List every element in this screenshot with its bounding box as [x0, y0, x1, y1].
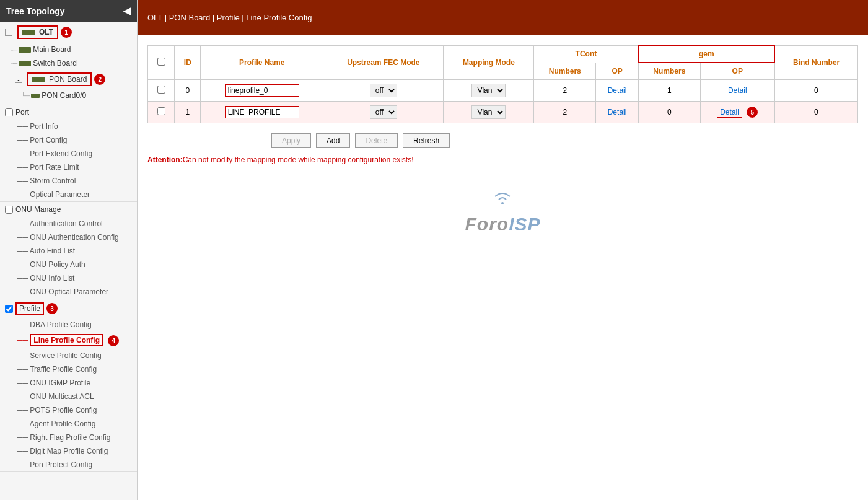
line-profile-box: Line Profile Config — [30, 334, 103, 346]
nav-item-onu-multicast-acl[interactable]: ── ONU Multicast ACL — [0, 390, 137, 403]
th-profile-name: Profile Name — [201, 45, 323, 80]
row1-bind-number: 0 — [774, 102, 857, 123]
sidebar: Tree Topology ◀ - OLT 1 ├─ Main Board — [0, 0, 138, 500]
nav-item-onu-auth-config[interactable]: ── ONU Authentication Config — [0, 230, 137, 244]
row0-gem-numbers: 1 — [639, 80, 701, 102]
add-button[interactable]: Add — [316, 133, 350, 148]
row1-tcont-op[interactable]: Detail — [596, 102, 639, 123]
row1-profile-name-input[interactable] — [225, 106, 299, 118]
nav-item-right-flag-profile[interactable]: ── Right Flag Profile Config — [0, 431, 137, 444]
attention-text: Attention:Can not modify the mapping mod… — [147, 156, 858, 164]
row1-mapping-mode-select[interactable]: Vlan — [471, 105, 506, 119]
nav-item-port-rate-limit[interactable]: ── Port Rate Limit — [0, 160, 137, 174]
switch-board-icon — [19, 61, 31, 66]
main-board-icon — [19, 47, 31, 53]
nav-item-line-profile-config[interactable]: ── Line Profile Config 4 — [0, 331, 137, 349]
detail-badge: 5 — [747, 107, 758, 118]
row1-upstream-fec-select[interactable]: off on — [370, 105, 397, 119]
watermark-text: ForoISP — [465, 213, 540, 235]
row0-upstream-fec-select[interactable]: off on — [370, 84, 397, 97]
row0-tcont-op[interactable]: Detail — [596, 80, 639, 102]
main-board-node[interactable]: ├─ Main Board — [0, 43, 137, 56]
watermark-wifi-icon — [465, 189, 540, 210]
nav-item-onu-optical-param[interactable]: ── ONU Optical Parameter — [0, 285, 137, 299]
profile-section-checkbox[interactable] — [5, 305, 13, 313]
row0-profile-name-input[interactable] — [225, 84, 299, 97]
nav-item-service-profile[interactable]: ── Service Profile Config — [0, 349, 137, 362]
sidebar-title: Tree Topology — [6, 6, 65, 16]
profile-section: Profile 3 ── DBA Profile Config ── Line … — [0, 299, 137, 472]
row1-tcont-numbers: 2 — [534, 102, 596, 123]
breadcrumb: OLT | PON Board | Profile | Line Profile… — [147, 13, 312, 22]
th-tcont-op: OP — [596, 63, 639, 80]
profile-section-header[interactable]: Profile 3 — [0, 299, 137, 318]
connector: ├─ — [9, 46, 17, 53]
nav-item-port-extend-config[interactable]: ── Port Extend Config — [0, 147, 137, 160]
olt-expand[interactable]: - — [5, 29, 12, 36]
th-tcont-group: TCont — [534, 45, 639, 63]
row1-gem-detail-link[interactable]: Detail — [717, 107, 742, 118]
sidebar-header: Tree Topology ◀ — [0, 0, 137, 22]
nav-item-onu-igmp-profile[interactable]: ── ONU IGMP Profile — [0, 376, 137, 390]
apply-button[interactable]: Apply — [271, 133, 311, 148]
nav-item-storm-control[interactable]: ── Storm Control — [0, 174, 137, 188]
row0-checkbox-cell[interactable] — [148, 80, 175, 102]
row0-mapping-mode[interactable]: Vlan — [444, 80, 534, 102]
profile-section-label: Profile — [15, 302, 44, 315]
action-buttons: Apply Add Delete Refresh — [147, 133, 858, 148]
delete-button[interactable]: Delete — [355, 133, 398, 148]
row0-gem-detail-link[interactable]: Detail — [728, 86, 747, 95]
profile-table: ID Profile Name Upstream FEC Mode Mappin… — [147, 45, 858, 123]
refresh-button[interactable]: Refresh — [403, 133, 450, 148]
attention-message: Can not modify the mapping mode while ma… — [183, 156, 414, 164]
nav-item-traffic-profile[interactable]: ── Traffic Profile Config — [0, 362, 137, 376]
row1-mapping-mode[interactable]: Vlan — [444, 102, 534, 123]
nav-item-dba-profile[interactable]: ── DBA Profile Config — [0, 318, 137, 331]
pon-card-icon — [31, 94, 40, 98]
pon-board-expand[interactable]: - — [15, 76, 22, 83]
row1-checkbox[interactable] — [157, 107, 165, 115]
onu-section-header[interactable]: ONU Manage — [0, 202, 137, 217]
th-gem-numbers: Numbers — [639, 63, 701, 80]
table-row: 1 off on — [148, 102, 858, 123]
row0-upstream-fec-mode[interactable]: off on — [323, 80, 444, 102]
row0-mapping-mode-select[interactable]: Vlan — [471, 84, 506, 97]
sidebar-collapse-arrow[interactable]: ◀ — [123, 5, 131, 17]
nav-item-pon-protect[interactable]: ── Pon Protect Config — [0, 458, 137, 471]
switch-board-label: Switch Board — [33, 59, 77, 68]
nav-item-onu-policy-auth[interactable]: ── ONU Policy Auth — [0, 258, 137, 271]
row1-tcont-detail-link[interactable]: Detail — [608, 108, 627, 116]
line-profile-badge: 4 — [108, 335, 119, 346]
pon-card-node[interactable]: └─ PON Card0/0 — [0, 89, 137, 102]
select-all-checkbox[interactable] — [157, 58, 165, 66]
nav-item-pots-profile[interactable]: ── POTS Profile Config — [0, 403, 137, 417]
th-checkbox — [148, 45, 175, 80]
olt-node[interactable]: - OLT 1 — [0, 22, 137, 43]
switch-board-node[interactable]: ├─ Switch Board — [0, 56, 137, 70]
port-section-label: Port — [15, 108, 29, 116]
nav-item-optical-parameter[interactable]: ── Optical Parameter — [0, 188, 137, 201]
onu-section-checkbox[interactable] — [5, 206, 13, 214]
nav-item-agent-profile[interactable]: ── Agent Profile Config — [0, 417, 137, 431]
nav-item-auto-find-list[interactable]: ── Auto Find List — [0, 244, 137, 258]
row0-tcont-numbers: 2 — [534, 80, 596, 102]
row0-gem-op[interactable]: Detail — [700, 80, 774, 102]
row1-checkbox-cell[interactable] — [148, 102, 175, 123]
port-section-checkbox[interactable] — [5, 108, 13, 116]
pon-board-node[interactable]: - PON Board 2 — [0, 70, 137, 89]
nav-item-port-config[interactable]: ── Port Config — [0, 133, 137, 147]
row1-gem-op[interactable]: Detail 5 — [700, 102, 774, 123]
row1-id: 1 — [175, 102, 201, 123]
row0-checkbox[interactable] — [157, 86, 165, 94]
row1-upstream-fec-mode[interactable]: off on — [323, 102, 444, 123]
nav-item-onu-info-list[interactable]: ── ONU Info List — [0, 271, 137, 285]
row1-profile-name-cell — [201, 102, 323, 123]
svg-point-0 — [501, 202, 504, 204]
nav-item-digit-map-profile[interactable]: ── Digit Map Profile Config — [0, 444, 137, 458]
content-body: ID Profile Name Upstream FEC Mode Mappin… — [138, 35, 868, 245]
row0-bind-number: 0 — [774, 80, 857, 102]
port-section-header[interactable]: Port — [0, 105, 137, 120]
nav-item-port-info[interactable]: ── Port Info — [0, 120, 137, 133]
nav-item-auth-control[interactable]: ── Authentication Control — [0, 217, 137, 230]
row0-tcont-detail-link[interactable]: Detail — [608, 86, 627, 95]
